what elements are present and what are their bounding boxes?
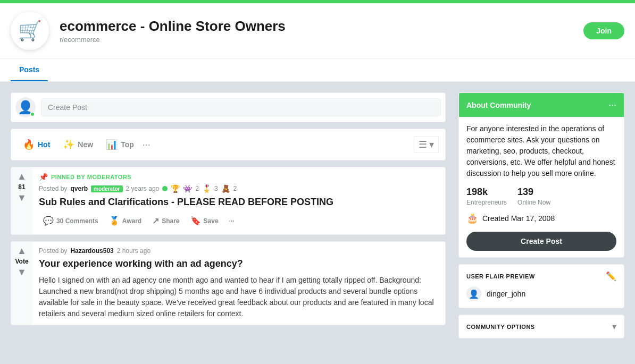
about-header: About Community ··· — [459, 93, 624, 117]
header-subreddit: r/ecommerce — [60, 36, 573, 44]
comments-icon: 💬 — [43, 216, 54, 226]
community-options-title: COMMUNITY OPTIONS — [466, 324, 535, 330]
hot-label: Hot — [38, 140, 50, 149]
post-inner: ▲ 81 ▼ 📌 PINNED BY MODERATORS Posted by … — [11, 167, 445, 234]
post-inner-2: ▲ Vote ▼ Posted by Hazardous503 2 hours … — [11, 242, 445, 324]
feed: 👤 Create Post 🔥 Hot ✨ New 📊 Top ··· ☰ — [11, 92, 446, 338]
pin-badge: 📌 PINNED BY MODERATORS — [39, 173, 439, 181]
flair-header: USER FLAIR PREVIEW ✏️ — [466, 271, 616, 281]
award-icon-1: 🏆 — [171, 184, 180, 193]
new-icon: ✨ — [63, 139, 74, 150]
create-post-input[interactable]: Create Post — [41, 98, 441, 116]
created-row: 🎂 Created Mar 17, 2008 — [466, 213, 616, 224]
new-label: New — [78, 140, 93, 149]
post-actions: 💬 30 Comments 🏅 Award ↗ Share 🔖 — [39, 213, 439, 229]
logo-icon: 🛒 — [18, 20, 42, 42]
flair-title: USER FLAIR PREVIEW — [466, 273, 535, 280]
mod-badge: moderator — [91, 185, 122, 192]
comments-button[interactable]: 💬 30 Comments — [39, 213, 103, 229]
save-label: Save — [204, 217, 219, 225]
award-label: Award — [122, 217, 141, 225]
vote-column-2: ▲ Vote ▼ — [11, 242, 32, 324]
sidebar-create-post-button[interactable]: Create Post — [466, 232, 616, 251]
vote-count-2: Vote — [15, 258, 28, 265]
stat-online: 139 Online Now — [517, 187, 550, 206]
about-more-icon[interactable]: ··· — [608, 99, 616, 111]
user-avatar: 👤 — [15, 97, 36, 117]
stats-row: 198k Entrepreneurs 139 Online Now — [466, 187, 616, 206]
pin-icon: 📌 — [39, 173, 48, 181]
chevron-down-icon: ▾ — [612, 321, 616, 332]
entrepreneurs-label: Entrepreneurs — [466, 199, 507, 206]
post-card-2: ▲ Vote ▼ Posted by Hazardous503 2 hours … — [11, 241, 446, 325]
share-button[interactable]: ↗ Share — [148, 213, 183, 229]
online-value: 139 — [517, 187, 550, 198]
award-count-2: 3 — [214, 185, 218, 192]
main-layout: 👤 Create Post 🔥 Hot ✨ New 📊 Top ··· ☰ — [0, 82, 635, 349]
community-options[interactable]: COMMUNITY OPTIONS ▾ — [458, 315, 624, 338]
flair-card: USER FLAIR PREVIEW ✏️ 👤 dinger_john — [458, 264, 624, 308]
share-icon: ↗ — [152, 216, 159, 226]
post-by-label: Posted by — [39, 185, 67, 192]
online-indicator — [30, 112, 35, 117]
post-author[interactable]: qverb — [70, 185, 88, 192]
post-body-area-2: Posted by Hazardous503 2 hours ago Your … — [32, 242, 445, 324]
view-icon: ☰ — [419, 139, 427, 150]
about-description: For anyone interested in the operations … — [466, 123, 616, 179]
award-count-3: 2 — [233, 185, 237, 192]
nav-tabs: Posts — [0, 59, 635, 82]
downvote-arrow[interactable]: ▼ — [17, 193, 27, 202]
stat-entrepreneurs: 198k Entrepreneurs — [466, 187, 507, 206]
post-body-text: Hello I signed on with an ad agency one … — [39, 275, 439, 319]
post-by-label-2: Posted by — [39, 247, 67, 255]
vote-column: ▲ 81 ▼ — [11, 167, 32, 234]
post-more[interactable]: ··· — [225, 214, 239, 228]
header: 🛒 ecommerce - Online Store Owners r/ecom… — [0, 3, 635, 59]
sort-hot[interactable]: 🔥 Hot — [18, 134, 55, 155]
post-title[interactable]: Sub Rules and Clarifications - PLEASE RE… — [39, 196, 439, 208]
post-body-area: 📌 PINNED BY MODERATORS Posted by qverb m… — [32, 167, 445, 234]
downvote-arrow-2[interactable]: ▼ — [17, 267, 27, 277]
post-card-pinned: ▲ 81 ▼ 📌 PINNED BY MODERATORS Posted by … — [11, 167, 446, 235]
upvote-arrow-2[interactable]: ▲ — [17, 246, 27, 256]
pin-text: PINNED BY MODERATORS — [51, 174, 131, 180]
about-title: About Community — [466, 101, 531, 109]
about-card: About Community ··· For anyone intereste… — [458, 92, 624, 258]
sort-bar: 🔥 Hot ✨ New 📊 Top ··· ☰ ▾ — [11, 129, 446, 160]
view-toggle[interactable]: ☰ ▾ — [414, 136, 439, 153]
vote-count: 81 — [18, 183, 25, 191]
sort-top[interactable]: 📊 Top — [101, 134, 139, 155]
post-author-2[interactable]: Hazardous503 — [70, 247, 113, 255]
create-post-box: 👤 Create Post — [11, 92, 446, 122]
flair-username: dinger_john — [487, 290, 525, 298]
sidebar: About Community ··· For anyone intereste… — [458, 92, 624, 338]
top-label: Top — [121, 140, 134, 149]
post-meta-2: Posted by Hazardous503 2 hours ago — [39, 247, 439, 255]
save-icon: 🔖 — [190, 216, 201, 226]
upvote-arrow[interactable]: ▲ — [17, 172, 27, 181]
tab-posts[interactable]: Posts — [11, 59, 48, 81]
sort-more[interactable]: ··· — [143, 139, 151, 150]
cake-icon: 🎂 — [466, 213, 478, 224]
post-title-2[interactable]: Your experience working with an ad agenc… — [39, 258, 439, 270]
award-icon-3: 🎖️ — [202, 184, 211, 193]
top-icon: 📊 — [106, 139, 118, 150]
about-body: For anyone interested in the operations … — [459, 117, 624, 257]
award-count-1: 2 — [195, 185, 199, 192]
subreddit-logo: 🛒 — [11, 12, 49, 50]
award-button[interactable]: 🏅 Award — [105, 213, 146, 229]
post-time: 2 years ago — [126, 185, 160, 192]
save-button[interactable]: 🔖 Save — [186, 213, 223, 229]
sort-new[interactable]: ✨ New — [57, 134, 98, 155]
hot-icon: 🔥 — [23, 139, 35, 150]
join-button[interactable]: Join — [583, 22, 624, 39]
flair-avatar: 👤 — [466, 286, 481, 301]
entrepreneurs-value: 198k — [466, 187, 507, 198]
flair-edit-icon[interactable]: ✏️ — [606, 271, 616, 281]
online-label: Online Now — [517, 199, 550, 206]
header-title: ecommerce - Online Store Owners — [60, 18, 573, 35]
share-label: Share — [162, 217, 179, 225]
created-label: Created Mar 17, 2008 — [482, 214, 555, 223]
award-btn-icon: 🏅 — [109, 216, 120, 226]
award-icon-4: 🧸 — [221, 184, 230, 193]
